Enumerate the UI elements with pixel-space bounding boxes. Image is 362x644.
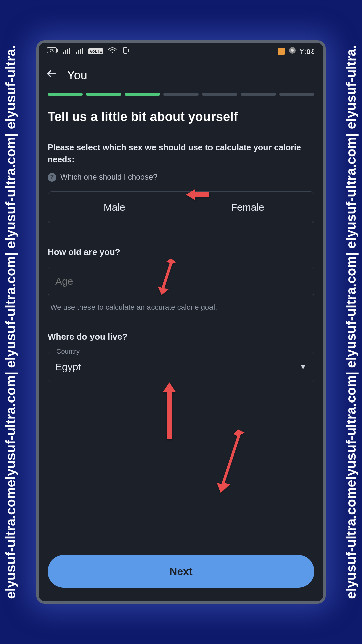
- vibrate-icon: [121, 47, 129, 56]
- status-bar: 78 VoLTE ٢:٥٤: [39, 43, 323, 60]
- svg-marker-20: [217, 429, 245, 493]
- watermark-left: elyusuf-ultra.comelyusuf-ultra.com| elyu…: [3, 45, 18, 599]
- help-link[interactable]: ? Which one should I choose?: [48, 173, 314, 182]
- svg-marker-19: [163, 382, 176, 439]
- volte-icon: VoLTE: [88, 48, 103, 54]
- progress-seg: [125, 93, 160, 96]
- progress-seg: [241, 93, 276, 96]
- wifi-icon: [108, 47, 117, 56]
- signal-icon-2: [76, 47, 84, 56]
- country-label: Where do you live?: [48, 332, 314, 342]
- annotation-arrow: [158, 258, 176, 295]
- progress-bar: [39, 93, 323, 109]
- annotation-arrow: [161, 382, 178, 439]
- country-float-label: Country: [54, 347, 82, 355]
- svg-rect-7: [76, 52, 77, 54]
- sex-toggle: Male Female: [48, 191, 314, 223]
- clock-text: ٢:٥٤: [300, 47, 315, 56]
- heading: Tell us a little bit about yourself: [48, 109, 314, 125]
- question-icon: ?: [48, 173, 56, 182]
- svg-rect-9: [80, 49, 81, 54]
- help-text: Which one should I choose?: [60, 173, 157, 182]
- svg-marker-18: [158, 258, 176, 295]
- svg-rect-10: [82, 48, 83, 54]
- svg-rect-8: [78, 50, 79, 54]
- signal-icon: [63, 47, 71, 56]
- chevron-down-icon: ▼: [299, 363, 307, 371]
- svg-rect-3: [63, 52, 64, 54]
- progress-seg: [86, 93, 121, 96]
- back-arrow-icon[interactable]: [46, 68, 58, 83]
- progress-seg: [202, 93, 237, 96]
- country-select[interactable]: Egypt ▼: [48, 352, 314, 382]
- annotation-arrow: [186, 186, 209, 203]
- svg-rect-6: [69, 48, 70, 54]
- page-title: You: [67, 68, 87, 83]
- svg-rect-1: [56, 49, 58, 52]
- svg-rect-5: [67, 49, 68, 54]
- svg-text:78: 78: [50, 49, 54, 53]
- svg-rect-4: [65, 50, 66, 54]
- recording-icon: [288, 46, 296, 56]
- watermark-right: elyusuf-ultra.comelyusuf-ultra.com| elyu…: [344, 45, 359, 599]
- annotation-arrow: [215, 429, 245, 493]
- male-button[interactable]: Male: [48, 192, 181, 223]
- content-area: Tell us a little bit about yourself Plea…: [39, 109, 323, 382]
- notification-icon: [278, 48, 285, 55]
- country-field: Country Egypt ▼: [48, 352, 314, 382]
- progress-seg: [163, 93, 198, 96]
- svg-marker-17: [186, 189, 209, 200]
- phone-frame: 78 VoLTE ٢:٥٤ Yo: [36, 40, 326, 604]
- age-hint: We use these to calculate an accurate ca…: [50, 303, 314, 312]
- svg-point-11: [112, 52, 113, 53]
- battery-icon: 78: [47, 47, 58, 56]
- svg-rect-12: [124, 47, 127, 53]
- nav-bar: You: [39, 60, 323, 93]
- age-input[interactable]: [48, 267, 314, 296]
- svg-point-16: [291, 49, 294, 52]
- status-left: 78 VoLTE: [47, 47, 129, 56]
- age-label: How old are you?: [48, 247, 314, 257]
- next-button[interactable]: Next: [48, 555, 314, 588]
- sex-prompt: Please select which sex we should use to…: [48, 141, 314, 166]
- progress-seg: [48, 93, 83, 96]
- status-right: ٢:٥٤: [278, 46, 315, 56]
- country-value: Egypt: [55, 361, 81, 373]
- progress-seg: [279, 93, 314, 96]
